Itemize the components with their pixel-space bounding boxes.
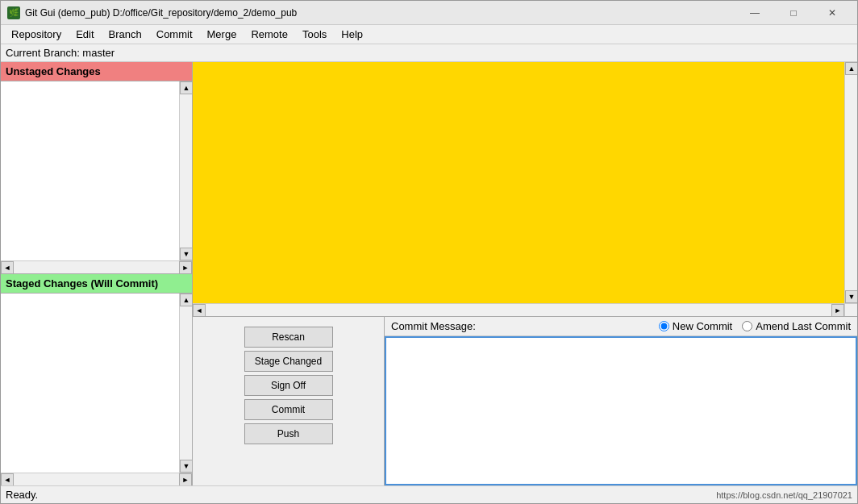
commit-area: Commit Message: New Commit Amend Last Co… xyxy=(385,317,857,485)
staged-scroll-right[interactable]: ► xyxy=(179,473,192,486)
main-window: 🌿 Git Gui (demo_pub) D:/office/Git_repos… xyxy=(0,0,858,504)
unstaged-scroll-down[interactable]: ▼ xyxy=(180,248,192,260)
title-bar-left: 🌿 Git Gui (demo_pub) D:/office/Git_repos… xyxy=(7,6,297,19)
sign-off-button[interactable]: Sign Off xyxy=(244,375,333,396)
window-title: Git Gui (demo_pub) D:/office/Git_reposit… xyxy=(25,7,297,19)
unstaged-section: Unstaged Changes ▲ ▼ ◄ ► xyxy=(1,62,192,274)
diff-scroll-up[interactable]: ▲ xyxy=(845,62,857,75)
staged-list-wrap: ▲ ▼ xyxy=(1,294,192,473)
commit-message-wrap xyxy=(385,336,857,485)
app-icon: 🌿 xyxy=(7,6,20,19)
staged-section: Staged Changes (Will Commit) ▲ ▼ ◄ ► xyxy=(1,274,192,485)
commit-message-label: Commit Message: xyxy=(391,320,476,332)
amend-commit-option[interactable]: Amend Last Commit xyxy=(742,320,851,332)
status-text: Ready. xyxy=(6,489,38,501)
commit-header: Commit Message: New Commit Amend Last Co… xyxy=(385,317,857,336)
unstaged-hscroll-track[interactable] xyxy=(14,261,179,273)
commit-message-input[interactable] xyxy=(385,336,857,485)
amend-commit-radio[interactable] xyxy=(742,321,752,331)
bottom-area: Rescan Stage Changed Sign Off Commit Pus… xyxy=(193,316,857,485)
diff-scroll-right[interactable]: ► xyxy=(831,304,844,317)
unstaged-scroll-up[interactable]: ▲ xyxy=(180,81,192,94)
unstaged-scroll-track[interactable] xyxy=(180,94,192,248)
staged-scroll-down[interactable]: ▼ xyxy=(180,460,192,473)
new-commit-option[interactable]: New Commit xyxy=(659,320,732,332)
menu-remote[interactable]: Remote xyxy=(244,26,295,43)
diff-vscroll[interactable]: ▲ ▼ xyxy=(844,62,857,303)
diff-corner xyxy=(844,303,857,316)
menu-commit[interactable]: Commit xyxy=(149,26,200,43)
staged-scroll-left[interactable]: ◄ xyxy=(1,473,14,486)
staged-hscroll-track[interactable] xyxy=(14,473,179,485)
menu-tools[interactable]: Tools xyxy=(295,26,334,43)
staged-vscroll[interactable]: ▲ ▼ xyxy=(179,294,192,473)
menu-bar: Repository Edit Branch Commit Merge Remo… xyxy=(1,25,857,44)
stage-changed-button[interactable]: Stage Changed xyxy=(244,351,333,372)
amend-commit-label: Amend Last Commit xyxy=(756,320,851,332)
menu-merge[interactable]: Merge xyxy=(200,26,244,43)
minimize-button[interactable]: — xyxy=(736,1,773,25)
diff-scroll-left[interactable]: ◄ xyxy=(193,304,206,317)
menu-branch[interactable]: Branch xyxy=(102,26,149,43)
diff-view xyxy=(193,62,844,303)
title-bar: 🌿 Git Gui (demo_pub) D:/office/Git_repos… xyxy=(1,1,857,25)
diff-container: ▲ ▼ ◄ ► xyxy=(193,62,857,316)
menu-help[interactable]: Help xyxy=(334,26,370,43)
new-commit-label: New Commit xyxy=(673,320,732,332)
unstaged-list-wrap: ▲ ▼ xyxy=(1,81,192,260)
staged-scroll-track[interactable] xyxy=(180,306,192,460)
diff-hscroll-track[interactable] xyxy=(206,304,831,316)
action-buttons-panel: Rescan Stage Changed Sign Off Commit Pus… xyxy=(193,317,385,485)
diff-hscroll[interactable]: ◄ ► xyxy=(193,303,844,316)
unstaged-header: Unstaged Changes xyxy=(1,62,192,81)
close-button[interactable]: ✕ xyxy=(814,1,851,25)
branch-bar: Current Branch: master xyxy=(1,44,857,62)
window-controls: — □ ✕ xyxy=(736,1,851,25)
commit-button[interactable]: Commit xyxy=(244,399,333,420)
left-panel: Unstaged Changes ▲ ▼ ◄ ► Staged C xyxy=(1,62,193,485)
maximize-button[interactable]: □ xyxy=(775,1,812,25)
main-content: Unstaged Changes ▲ ▼ ◄ ► Staged C xyxy=(1,62,857,485)
status-bar: Ready. https://blog.csdn.net/qq_21907021 xyxy=(1,485,857,503)
right-panel: ▲ ▼ ◄ ► Rescan Stage Changed S xyxy=(193,62,857,485)
current-branch-label: Current Branch: master xyxy=(6,47,115,59)
status-url: https://blog.csdn.net/qq_21907021 xyxy=(716,490,852,500)
unstaged-scroll-left[interactable]: ◄ xyxy=(1,261,14,274)
diff-scroll-down[interactable]: ▼ xyxy=(845,290,857,303)
staged-list xyxy=(1,294,179,473)
push-button[interactable]: Push xyxy=(244,423,333,444)
staged-header: Staged Changes (Will Commit) xyxy=(1,274,192,294)
new-commit-radio[interactable] xyxy=(659,321,669,331)
rescan-button[interactable]: Rescan xyxy=(244,327,333,348)
unstaged-vscroll[interactable]: ▲ ▼ xyxy=(179,81,192,260)
diff-scroll-track[interactable] xyxy=(845,75,857,290)
menu-edit[interactable]: Edit xyxy=(69,26,101,43)
unstaged-hscroll[interactable]: ◄ ► xyxy=(1,260,192,273)
commit-options: New Commit Amend Last Commit xyxy=(659,320,851,332)
menu-repository[interactable]: Repository xyxy=(4,26,69,43)
unstaged-scroll-right[interactable]: ► xyxy=(179,261,192,274)
unstaged-list xyxy=(1,81,179,260)
staged-scroll-up[interactable]: ▲ xyxy=(180,294,192,306)
staged-hscroll[interactable]: ◄ ► xyxy=(1,473,192,485)
